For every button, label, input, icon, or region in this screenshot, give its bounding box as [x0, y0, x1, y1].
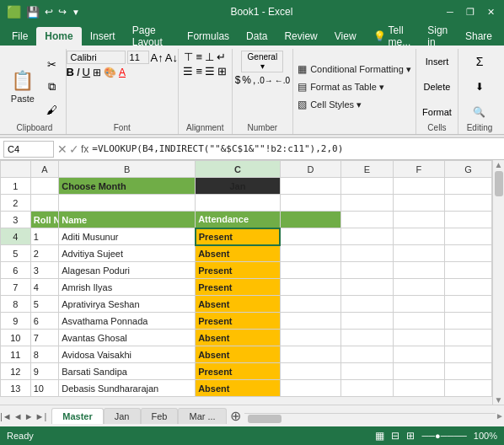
cell-d7[interactable] [280, 279, 341, 296]
cancel-formula-icon[interactable]: ✕ [57, 142, 67, 156]
cell-a10[interactable]: 7 [30, 330, 59, 346]
scroll-down-button[interactable]: ▼ [495, 395, 503, 405]
normal-view-icon[interactable]: ▦ [375, 430, 384, 442]
underline-button[interactable]: U [83, 66, 90, 78]
cell-a9[interactable]: 6 [30, 313, 59, 330]
cell-g2[interactable] [445, 195, 492, 212]
increase-decimal-icon[interactable]: .0→ [257, 76, 272, 85]
cell-d1[interactable] [280, 178, 341, 195]
tab-share[interactable]: Share [457, 27, 501, 46]
cell-b5[interactable]: Advitiya Sujeet [59, 245, 196, 262]
cell-b6[interactable]: Alagesan Poduri [59, 262, 196, 279]
cell-g12[interactable] [445, 363, 492, 380]
zoom-slider[interactable]: ──●──── [421, 431, 466, 441]
cell-f9[interactable] [393, 313, 444, 330]
cell-g5[interactable] [445, 245, 492, 262]
decrease-decimal-icon[interactable]: ←.0 [275, 76, 290, 85]
cell-b10[interactable]: Avantas Ghosal [59, 330, 196, 346]
cell-f2[interactable] [393, 195, 444, 212]
wrap-text-icon[interactable]: ↵ [217, 51, 226, 63]
cell-c11[interactable]: Absent [196, 346, 281, 363]
cell-e10[interactable] [341, 330, 393, 346]
cell-f10[interactable] [393, 330, 444, 346]
bold-button[interactable]: B [67, 66, 74, 78]
col-header-d[interactable]: D [280, 161, 341, 178]
cell-c8[interactable]: Absent [196, 296, 281, 313]
align-center-icon[interactable]: ≡ [196, 65, 202, 78]
cell-f12[interactable] [393, 363, 444, 380]
cell-f1[interactable] [393, 178, 444, 195]
cell-e11[interactable] [341, 346, 393, 363]
cell-e6[interactable] [341, 262, 393, 279]
cell-d5[interactable] [280, 245, 341, 262]
cell-d11[interactable] [280, 346, 341, 363]
cell-b12[interactable]: Barsati Sandipa [59, 363, 196, 380]
col-header-c[interactable]: C [196, 161, 281, 178]
cell-f13[interactable] [393, 380, 444, 397]
tab-sign-in[interactable]: Sign in [419, 27, 457, 46]
cell-d9[interactable] [280, 313, 341, 330]
sheet-nav-right-end[interactable]: ►| [35, 411, 47, 421]
tab-formulas[interactable]: Formulas [179, 27, 238, 46]
borders-button[interactable]: ⊞ [93, 67, 101, 78]
comma-button[interactable]: , [253, 74, 255, 86]
cell-a11[interactable]: 8 [30, 346, 59, 363]
fill-button[interactable]: ⬇ [469, 76, 491, 98]
format-painter-button[interactable]: 🖌 [41, 99, 63, 121]
cell-g6[interactable] [445, 262, 492, 279]
cell-a1[interactable] [30, 178, 59, 195]
tab-page-layout[interactable]: Page Layout [124, 27, 179, 46]
tab-review[interactable]: Review [276, 27, 325, 46]
cell-c10[interactable]: Absent [196, 330, 281, 346]
cell-c13[interactable]: Absent [196, 380, 281, 397]
cell-c3[interactable]: Attendance [196, 212, 281, 228]
cell-d10[interactable] [280, 330, 341, 346]
cell-g1[interactable] [445, 178, 492, 195]
cell-f4[interactable] [393, 228, 444, 245]
percent-button[interactable]: % [242, 74, 251, 86]
number-format-select[interactable]: General ▾ [241, 51, 283, 72]
cell-reference-box[interactable]: C4 [3, 141, 54, 158]
cell-a4[interactable]: 1 [30, 228, 59, 245]
cell-a2[interactable] [30, 195, 59, 212]
cell-g11[interactable] [445, 346, 492, 363]
scroll-right-btn[interactable]: ► [496, 411, 504, 421]
cell-e2[interactable] [341, 195, 393, 212]
insert-cells-button[interactable]: Insert [426, 51, 448, 72]
cell-f6[interactable] [393, 262, 444, 279]
page-break-icon[interactable]: ⊞ [406, 430, 415, 442]
merge-center-icon[interactable]: ⊞ [217, 65, 227, 78]
cell-c9[interactable]: Present [196, 313, 281, 330]
tab-tell-me[interactable]: 💡Tell me... [365, 27, 420, 46]
align-middle-icon[interactable]: ≡ [196, 51, 202, 63]
cell-a12[interactable]: 9 [30, 363, 59, 380]
zoom-level[interactable]: 100% [474, 431, 497, 441]
undo-icon[interactable]: ↩ [45, 6, 53, 18]
sheet-nav-right[interactable]: ► [24, 411, 34, 421]
cell-e4[interactable] [341, 228, 393, 245]
col-header-a[interactable]: A [30, 161, 59, 178]
cell-g7[interactable] [445, 279, 492, 296]
sheet-tab-jan[interactable]: Jan [104, 408, 141, 424]
cell-a8[interactable]: 5 [30, 296, 59, 313]
cell-e12[interactable] [341, 363, 393, 380]
cell-c6[interactable]: Present [196, 262, 281, 279]
cell-c2[interactable] [196, 195, 281, 212]
cut-button[interactable]: ✂ [41, 53, 63, 75]
cell-c7[interactable]: Present [196, 279, 281, 296]
col-header-g[interactable]: G [445, 161, 492, 178]
cell-g8[interactable] [445, 296, 492, 313]
currency-button[interactable]: $ [235, 74, 241, 86]
cell-e8[interactable] [341, 296, 393, 313]
col-header-f[interactable]: F [393, 161, 444, 178]
redo-icon[interactable]: ↪ [58, 6, 67, 18]
close-button[interactable]: ✕ [484, 5, 497, 19]
cell-d4[interactable] [280, 228, 341, 245]
tab-view[interactable]: View [326, 27, 365, 46]
cell-a6[interactable]: 3 [30, 262, 59, 279]
format-cells-button[interactable]: Format [426, 101, 448, 123]
sheet-nav-left[interactable]: ◄ [13, 411, 23, 421]
paste-button[interactable]: 📋 Paste [6, 62, 40, 111]
quick-save-icon[interactable]: 💾 [26, 6, 40, 19]
cell-b3[interactable]: Name [59, 212, 196, 228]
